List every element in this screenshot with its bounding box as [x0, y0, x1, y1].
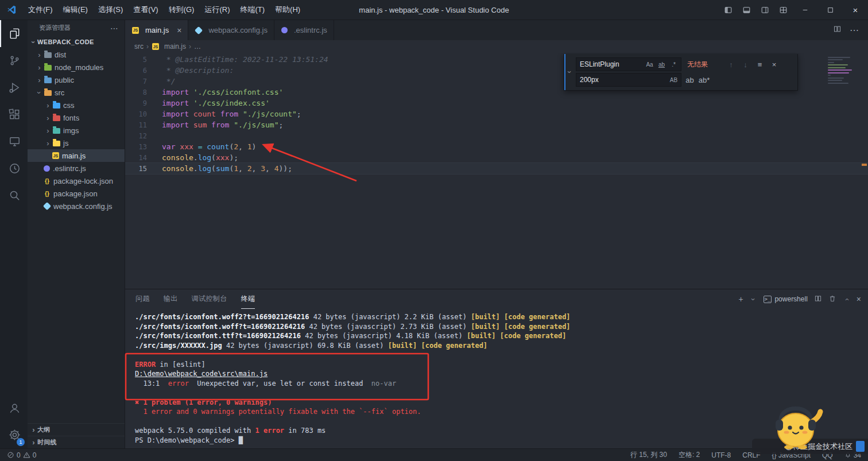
- eslint-file-icon: [281, 27, 288, 33]
- menu-item[interactable]: 转到(G): [164, 0, 200, 20]
- split-editor-icon[interactable]: [833, 25, 842, 36]
- menu-item[interactable]: 终端(T): [235, 0, 270, 20]
- maximize-button[interactable]: [817, 0, 843, 20]
- sidebar-section[interactable]: ›时间线: [28, 436, 125, 448]
- close-panel-icon[interactable]: ×: [857, 295, 861, 304]
- toggle-replace-chevron[interactable]: ›: [564, 54, 574, 90]
- tree-item[interactable]: webpack.config.js: [28, 200, 125, 212]
- more-actions-icon[interactable]: ⋯: [110, 24, 119, 33]
- toggle-sidebar-icon[interactable]: [719, 0, 737, 20]
- close-find-icon[interactable]: ×: [768, 59, 780, 71]
- source-control-icon[interactable]: [0, 47, 28, 74]
- panel-tab[interactable]: 问题: [135, 289, 150, 309]
- code-line[interactable]: 12: [125, 130, 868, 141]
- terminal-output[interactable]: ./src/fonts/iconfont.woff2?t=16690212642…: [125, 309, 868, 448]
- overview-ruler[interactable]: [861, 53, 868, 289]
- tree-item[interactable]: ›dist: [28, 48, 125, 61]
- notifications-item[interactable]: 34: [844, 451, 861, 459]
- chevron-icon: ›: [36, 89, 43, 96]
- problems-indicator[interactable]: 0 0: [7, 451, 36, 459]
- toggle-panel-icon[interactable]: [737, 0, 755, 20]
- code-line[interactable]: 13var xxx = count(2, 1): [125, 141, 868, 152]
- breadcrumb-item[interactable]: src: [134, 42, 144, 51]
- panel-tab[interactable]: 终端: [241, 289, 255, 309]
- editor-more-icon[interactable]: ⋯: [850, 25, 859, 36]
- tree-item[interactable]: ›src: [28, 86, 125, 99]
- find-input-box[interactable]: Aa ab .*: [576, 57, 681, 71]
- close-button[interactable]: ×: [843, 0, 868, 20]
- menu-item[interactable]: 编辑(E): [58, 0, 93, 20]
- code-line[interactable]: 9import './css/index.css': [125, 98, 868, 109]
- kill-terminal-icon[interactable]: [828, 295, 836, 304]
- tree-item[interactable]: {}package-lock.json: [28, 175, 125, 187]
- maximize-panel-icon[interactable]: ›: [843, 296, 850, 303]
- toggle-secondary-sidebar-icon[interactable]: [755, 0, 774, 20]
- previous-match-icon[interactable]: ↑: [725, 59, 737, 71]
- new-terminal-icon[interactable]: +: [738, 295, 743, 304]
- replace-input-box[interactable]: AB: [576, 73, 681, 87]
- whole-word-icon[interactable]: ab: [656, 59, 667, 70]
- extensions-icon[interactable]: [0, 101, 28, 128]
- split-terminal-icon[interactable]: [814, 295, 822, 304]
- menu-item[interactable]: 查看(V): [128, 0, 163, 20]
- code-line[interactable]: 15console.log(sum(1, 2, 3, 4));: [125, 163, 868, 174]
- statusbar-item[interactable]: {} JavaScript: [772, 451, 811, 459]
- remote-explorer-icon[interactable]: [0, 128, 28, 155]
- folder-icon: [44, 52, 52, 58]
- tree-item[interactable]: ›public: [28, 73, 125, 86]
- sidebar-section[interactable]: ›大纲: [28, 423, 125, 436]
- statusbar-item[interactable]: 行 15, 列 30: [630, 450, 667, 460]
- statusbar-item[interactable]: UTF-8: [711, 451, 731, 459]
- find-result-count: 无结果: [687, 60, 719, 69]
- customize-layout-icon[interactable]: [774, 0, 792, 20]
- find-in-selection-icon[interactable]: ≡: [754, 59, 766, 71]
- tree-item[interactable]: ›imgs: [28, 124, 125, 137]
- breadcrumb-item[interactable]: …: [194, 42, 201, 51]
- explorer-icon[interactable]: [0, 20, 28, 47]
- regex-icon[interactable]: .*: [668, 59, 679, 70]
- history-icon[interactable]: [0, 155, 28, 182]
- match-case-icon[interactable]: Aa: [644, 59, 655, 70]
- statusbar-item[interactable]: 空格: 2: [679, 450, 700, 460]
- shell-label[interactable]: >_powershell: [764, 295, 808, 303]
- menu-item[interactable]: 文件(F): [23, 0, 58, 20]
- tree-item[interactable]: ›node_modules: [28, 61, 125, 73]
- run-and-debug-icon[interactable]: [0, 74, 28, 101]
- replace-input[interactable]: [580, 76, 667, 84]
- accounts-icon[interactable]: [0, 394, 28, 421]
- statusbar-item[interactable]: QQ: [822, 451, 833, 459]
- editor-tab[interactable]: .eslintrc.js: [274, 20, 334, 40]
- menu-item[interactable]: 选择(S): [93, 0, 128, 20]
- editor-tab[interactable]: webpack.config.js: [188, 20, 274, 40]
- chevron-icon: ›: [44, 114, 52, 122]
- tree-item[interactable]: ›js: [28, 137, 125, 149]
- code-line[interactable]: 10import count from "./js/count";: [125, 109, 868, 119]
- menu-item[interactable]: 帮助(H): [270, 0, 305, 20]
- tree-item[interactable]: ›fonts: [28, 111, 125, 124]
- replace-all-icon[interactable]: ab*: [698, 74, 710, 86]
- statusbar-item[interactable]: CRLF: [742, 451, 760, 459]
- replace-icon[interactable]: ab: [684, 74, 696, 86]
- next-match-icon[interactable]: ↓: [739, 59, 751, 71]
- code-line[interactable]: 11import sum from "./js/sum";: [125, 119, 868, 130]
- search-icon[interactable]: [0, 182, 28, 209]
- settings-gear-icon[interactable]: 1: [0, 421, 28, 448]
- minimap[interactable]: [828, 55, 859, 85]
- tree-item[interactable]: ›css: [28, 99, 125, 111]
- tree-item[interactable]: .eslintrc.js: [28, 162, 125, 175]
- tree-item[interactable]: {}package.json: [28, 187, 125, 200]
- preserve-case-icon[interactable]: AB: [668, 75, 679, 86]
- panel-tab[interactable]: 调试控制台: [192, 289, 227, 309]
- minimize-button[interactable]: [792, 0, 817, 20]
- tree-item[interactable]: JSmain.js: [28, 149, 125, 162]
- code-line[interactable]: 14console.log(xxx);: [125, 152, 868, 163]
- code-editor[interactable]: 5 * @LastEditTime: 2022-11-22 13:51:246 …: [125, 53, 868, 289]
- editor-tab[interactable]: JSmain.js×: [125, 20, 188, 40]
- breadcrumb-item[interactable]: JSmain.js: [152, 42, 186, 51]
- folder-section-header[interactable]: › WEBPACK_CODE: [28, 36, 125, 48]
- terminal-dropdown-icon[interactable]: ›: [750, 296, 757, 303]
- find-input[interactable]: [580, 60, 643, 68]
- menu-item[interactable]: 运行(R): [199, 0, 235, 20]
- close-tab-icon[interactable]: ×: [177, 26, 181, 34]
- panel-tab[interactable]: 输出: [164, 289, 178, 309]
